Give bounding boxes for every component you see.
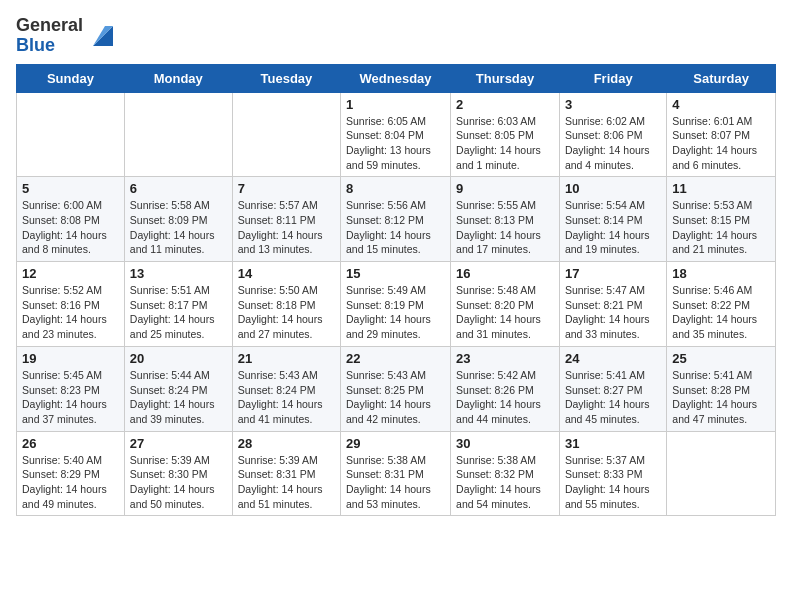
calendar-cell: 23Sunrise: 5:42 AMSunset: 8:26 PMDayligh…	[451, 346, 560, 431]
week-row-4: 19Sunrise: 5:45 AMSunset: 8:23 PMDayligh…	[17, 346, 776, 431]
day-number: 7	[238, 181, 335, 196]
calendar-cell: 6Sunrise: 5:58 AMSunset: 8:09 PMDaylight…	[124, 177, 232, 262]
calendar-cell: 11Sunrise: 5:53 AMSunset: 8:15 PMDayligh…	[667, 177, 776, 262]
day-info: Sunrise: 5:49 AMSunset: 8:19 PMDaylight:…	[346, 283, 445, 342]
day-info: Sunrise: 5:54 AMSunset: 8:14 PMDaylight:…	[565, 198, 661, 257]
day-info: Sunrise: 5:41 AMSunset: 8:28 PMDaylight:…	[672, 368, 770, 427]
calendar-cell: 22Sunrise: 5:43 AMSunset: 8:25 PMDayligh…	[341, 346, 451, 431]
calendar-header: SundayMondayTuesdayWednesdayThursdayFrid…	[17, 64, 776, 92]
calendar-cell: 21Sunrise: 5:43 AMSunset: 8:24 PMDayligh…	[232, 346, 340, 431]
day-number: 24	[565, 351, 661, 366]
day-number: 28	[238, 436, 335, 451]
day-info: Sunrise: 5:52 AMSunset: 8:16 PMDaylight:…	[22, 283, 119, 342]
calendar-cell: 18Sunrise: 5:46 AMSunset: 8:22 PMDayligh…	[667, 262, 776, 347]
calendar-cell: 2Sunrise: 6:03 AMSunset: 8:05 PMDaylight…	[451, 92, 560, 177]
day-info: Sunrise: 5:48 AMSunset: 8:20 PMDaylight:…	[456, 283, 554, 342]
day-info: Sunrise: 5:41 AMSunset: 8:27 PMDaylight:…	[565, 368, 661, 427]
day-number: 18	[672, 266, 770, 281]
calendar-cell: 25Sunrise: 5:41 AMSunset: 8:28 PMDayligh…	[667, 346, 776, 431]
day-number: 19	[22, 351, 119, 366]
day-number: 12	[22, 266, 119, 281]
weekday-header-sunday: Sunday	[17, 64, 125, 92]
day-info: Sunrise: 5:42 AMSunset: 8:26 PMDaylight:…	[456, 368, 554, 427]
week-row-3: 12Sunrise: 5:52 AMSunset: 8:16 PMDayligh…	[17, 262, 776, 347]
calendar-cell: 16Sunrise: 5:48 AMSunset: 8:20 PMDayligh…	[451, 262, 560, 347]
calendar-cell	[124, 92, 232, 177]
day-info: Sunrise: 6:05 AMSunset: 8:04 PMDaylight:…	[346, 114, 445, 173]
calendar-cell: 20Sunrise: 5:44 AMSunset: 8:24 PMDayligh…	[124, 346, 232, 431]
day-number: 6	[130, 181, 227, 196]
day-info: Sunrise: 6:02 AMSunset: 8:06 PMDaylight:…	[565, 114, 661, 173]
calendar-cell: 9Sunrise: 5:55 AMSunset: 8:13 PMDaylight…	[451, 177, 560, 262]
day-info: Sunrise: 5:43 AMSunset: 8:24 PMDaylight:…	[238, 368, 335, 427]
day-info: Sunrise: 5:57 AMSunset: 8:11 PMDaylight:…	[238, 198, 335, 257]
day-info: Sunrise: 5:55 AMSunset: 8:13 PMDaylight:…	[456, 198, 554, 257]
calendar-cell: 17Sunrise: 5:47 AMSunset: 8:21 PMDayligh…	[559, 262, 666, 347]
calendar-cell: 3Sunrise: 6:02 AMSunset: 8:06 PMDaylight…	[559, 92, 666, 177]
day-number: 1	[346, 97, 445, 112]
weekday-header-wednesday: Wednesday	[341, 64, 451, 92]
day-info: Sunrise: 5:44 AMSunset: 8:24 PMDaylight:…	[130, 368, 227, 427]
calendar-cell: 30Sunrise: 5:38 AMSunset: 8:32 PMDayligh…	[451, 431, 560, 516]
day-number: 3	[565, 97, 661, 112]
day-number: 21	[238, 351, 335, 366]
day-number: 9	[456, 181, 554, 196]
day-number: 27	[130, 436, 227, 451]
calendar-cell: 10Sunrise: 5:54 AMSunset: 8:14 PMDayligh…	[559, 177, 666, 262]
calendar-cell	[17, 92, 125, 177]
day-number: 13	[130, 266, 227, 281]
weekday-header-saturday: Saturday	[667, 64, 776, 92]
calendar-cell: 26Sunrise: 5:40 AMSunset: 8:29 PMDayligh…	[17, 431, 125, 516]
day-info: Sunrise: 6:01 AMSunset: 8:07 PMDaylight:…	[672, 114, 770, 173]
week-row-5: 26Sunrise: 5:40 AMSunset: 8:29 PMDayligh…	[17, 431, 776, 516]
day-info: Sunrise: 6:00 AMSunset: 8:08 PMDaylight:…	[22, 198, 119, 257]
week-row-1: 1Sunrise: 6:05 AMSunset: 8:04 PMDaylight…	[17, 92, 776, 177]
calendar-cell: 19Sunrise: 5:45 AMSunset: 8:23 PMDayligh…	[17, 346, 125, 431]
calendar-cell: 7Sunrise: 5:57 AMSunset: 8:11 PMDaylight…	[232, 177, 340, 262]
day-info: Sunrise: 5:37 AMSunset: 8:33 PMDaylight:…	[565, 453, 661, 512]
calendar-cell: 13Sunrise: 5:51 AMSunset: 8:17 PMDayligh…	[124, 262, 232, 347]
calendar-cell	[667, 431, 776, 516]
logo-text: General Blue	[16, 16, 113, 56]
calendar-cell: 29Sunrise: 5:38 AMSunset: 8:31 PMDayligh…	[341, 431, 451, 516]
day-number: 22	[346, 351, 445, 366]
day-number: 15	[346, 266, 445, 281]
page-header: General Blue	[16, 16, 776, 56]
day-number: 5	[22, 181, 119, 196]
weekday-row: SundayMondayTuesdayWednesdayThursdayFrid…	[17, 64, 776, 92]
calendar-cell: 1Sunrise: 6:05 AMSunset: 8:04 PMDaylight…	[341, 92, 451, 177]
day-number: 30	[456, 436, 554, 451]
calendar-cell	[232, 92, 340, 177]
calendar-cell: 14Sunrise: 5:50 AMSunset: 8:18 PMDayligh…	[232, 262, 340, 347]
day-number: 20	[130, 351, 227, 366]
calendar-cell: 31Sunrise: 5:37 AMSunset: 8:33 PMDayligh…	[559, 431, 666, 516]
day-number: 11	[672, 181, 770, 196]
logo-icon	[85, 22, 113, 50]
calendar-table: SundayMondayTuesdayWednesdayThursdayFrid…	[16, 64, 776, 517]
day-number: 26	[22, 436, 119, 451]
logo-blue: Blue	[16, 35, 55, 55]
day-info: Sunrise: 5:39 AMSunset: 8:31 PMDaylight:…	[238, 453, 335, 512]
day-number: 14	[238, 266, 335, 281]
weekday-header-tuesday: Tuesday	[232, 64, 340, 92]
day-number: 4	[672, 97, 770, 112]
day-number: 25	[672, 351, 770, 366]
day-info: Sunrise: 5:56 AMSunset: 8:12 PMDaylight:…	[346, 198, 445, 257]
day-info: Sunrise: 5:38 AMSunset: 8:31 PMDaylight:…	[346, 453, 445, 512]
day-info: Sunrise: 5:58 AMSunset: 8:09 PMDaylight:…	[130, 198, 227, 257]
day-info: Sunrise: 5:39 AMSunset: 8:30 PMDaylight:…	[130, 453, 227, 512]
day-info: Sunrise: 5:46 AMSunset: 8:22 PMDaylight:…	[672, 283, 770, 342]
day-number: 8	[346, 181, 445, 196]
logo: General Blue	[16, 16, 113, 56]
day-number: 29	[346, 436, 445, 451]
calendar-cell: 8Sunrise: 5:56 AMSunset: 8:12 PMDaylight…	[341, 177, 451, 262]
day-info: Sunrise: 5:38 AMSunset: 8:32 PMDaylight:…	[456, 453, 554, 512]
calendar-cell: 24Sunrise: 5:41 AMSunset: 8:27 PMDayligh…	[559, 346, 666, 431]
day-number: 2	[456, 97, 554, 112]
day-number: 10	[565, 181, 661, 196]
calendar-cell: 28Sunrise: 5:39 AMSunset: 8:31 PMDayligh…	[232, 431, 340, 516]
calendar-body: 1Sunrise: 6:05 AMSunset: 8:04 PMDaylight…	[17, 92, 776, 516]
day-info: Sunrise: 5:43 AMSunset: 8:25 PMDaylight:…	[346, 368, 445, 427]
day-info: Sunrise: 6:03 AMSunset: 8:05 PMDaylight:…	[456, 114, 554, 173]
day-info: Sunrise: 5:40 AMSunset: 8:29 PMDaylight:…	[22, 453, 119, 512]
